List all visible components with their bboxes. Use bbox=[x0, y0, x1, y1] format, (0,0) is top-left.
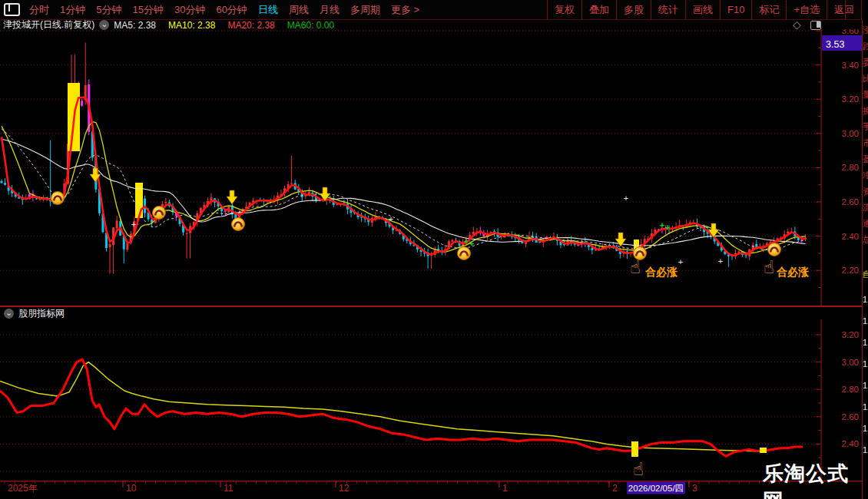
svg-text:2.80: 2.80 bbox=[842, 163, 859, 172]
strip-char: 换 bbox=[863, 107, 868, 115]
watermark-title: 乐淘公式网 bbox=[763, 460, 868, 499]
svg-text:3.20: 3.20 bbox=[842, 330, 859, 339]
axis-month-label: 12 bbox=[339, 483, 350, 494]
gold-coin-icon bbox=[153, 207, 166, 220]
signal-text: 合必涨 bbox=[644, 266, 678, 278]
strip-digit: 1 bbox=[863, 446, 867, 454]
right-sidebar-strip[interactable]: 涨跌委比量换手市盈净资流通总自11111111 bbox=[862, 20, 868, 499]
strip-char: 比 bbox=[863, 74, 868, 83]
strip-char: 总 bbox=[863, 236, 868, 244]
axis-month-label: 3 bbox=[692, 483, 697, 494]
strip-char: 盈 bbox=[863, 155, 868, 164]
indicator-line-red bbox=[0, 359, 803, 456]
svg-text:+: + bbox=[389, 214, 393, 223]
watermark: 乐淘公式网 www.60lt.com bbox=[763, 460, 868, 499]
menu-item-分时[interactable]: 分时 bbox=[29, 3, 49, 17]
window-border bbox=[845, 0, 846, 20]
layout-icon[interactable] bbox=[4, 3, 20, 16]
signal-text: 合必涨 bbox=[776, 266, 809, 278]
svg-text:3.20: 3.20 bbox=[842, 94, 859, 104]
gold-coin-icon bbox=[768, 243, 781, 256]
svg-text:2.40: 2.40 bbox=[842, 439, 859, 448]
menu-item-多周期[interactable]: 多周期 bbox=[350, 3, 380, 17]
strip-char: 通 bbox=[863, 220, 868, 228]
menu-item-60分钟[interactable]: 60分钟 bbox=[216, 3, 247, 17]
signal-bar bbox=[631, 441, 638, 457]
svg-text:+: + bbox=[469, 239, 474, 248]
svg-text:+: + bbox=[678, 257, 683, 266]
toolbar-button-画线[interactable]: 画线 bbox=[686, 0, 721, 19]
svg-text:2.60: 2.60 bbox=[842, 197, 859, 207]
indicator-line-yellow bbox=[0, 362, 766, 452]
menu-item-周线[interactable]: 周线 bbox=[289, 3, 309, 17]
layout-icon-split bbox=[8, 5, 10, 12]
strip-accent-char: 自 bbox=[863, 270, 868, 279]
axis-month-label: 10 bbox=[126, 483, 137, 494]
svg-text:3.53: 3.53 bbox=[826, 39, 844, 50]
strip-digit: 1 bbox=[863, 296, 867, 304]
axis-year-label: 2025年 bbox=[8, 483, 38, 494]
top-toolbar: 分时1分钟5分钟15分钟30分钟60分钟日线周线月线多周期更多 > 复权叠加多股… bbox=[0, 0, 862, 20]
toolbar-button-复权[interactable]: 复权 bbox=[548, 0, 582, 19]
down-arrow-icon bbox=[227, 190, 237, 204]
svg-text:+: + bbox=[624, 193, 628, 203]
strip-char: 委 bbox=[863, 58, 868, 67]
hand-up-icon: ☝ bbox=[633, 459, 644, 478]
svg-text:3.60: 3.60 bbox=[842, 29, 859, 35]
sub-chart[interactable]: 2.402.602.803.003.20☝ bbox=[0, 319, 862, 478]
menu-item-1分钟[interactable]: 1分钟 bbox=[60, 3, 85, 17]
action-menu: 复权叠加多股统计画线F10标记+自选返回 bbox=[547, 0, 862, 19]
menu-item-月线[interactable]: 月线 bbox=[320, 3, 340, 17]
svg-text:3.40: 3.40 bbox=[842, 61, 859, 70]
svg-text:3.00: 3.00 bbox=[842, 129, 859, 138]
svg-text:2.20: 2.20 bbox=[842, 266, 859, 275]
strip-digit: 1 bbox=[863, 360, 867, 368]
strip-char: 跌 bbox=[863, 42, 868, 51]
svg-text:2.60: 2.60 bbox=[842, 412, 859, 421]
toolbar-button-统计[interactable]: 统计 bbox=[651, 0, 686, 19]
period-menu: 分时1分钟5分钟15分钟30分钟60分钟日线周线月线多周期更多 > bbox=[29, 3, 430, 17]
strip-char: 净 bbox=[863, 171, 868, 180]
down-arrow-icon bbox=[708, 223, 719, 237]
main-chart[interactable]: 2.202.402.602.803.003.203.403.603.53☝☝合必… bbox=[0, 29, 862, 306]
toolbar-button-F10[interactable]: F10 bbox=[721, 0, 752, 19]
menu-item-30分钟[interactable]: 30分钟 bbox=[174, 3, 205, 17]
strip-char: 量 bbox=[863, 91, 868, 99]
menu-item-日线[interactable]: 日线 bbox=[258, 3, 278, 17]
toolbar-button-标记[interactable]: 标记 bbox=[752, 0, 787, 19]
strip-char: 涨 bbox=[863, 26, 868, 35]
highlight-date-label: 2026/02/05/四 bbox=[628, 484, 684, 493]
strip-char: 手 bbox=[863, 123, 868, 131]
svg-text:3.00: 3.00 bbox=[842, 358, 859, 367]
sub-panel-title: 股朋指标网 bbox=[18, 307, 65, 320]
svg-text:2.40: 2.40 bbox=[842, 232, 859, 241]
svg-text:+: + bbox=[718, 256, 723, 266]
svg-text:+: + bbox=[660, 220, 664, 230]
strip-digit: 1 bbox=[863, 339, 867, 347]
gold-coin-icon bbox=[51, 192, 65, 205]
axis-month-label: 11 bbox=[224, 483, 234, 494]
svg-text:+: + bbox=[464, 236, 469, 246]
chevron-down-icon[interactable]: ⌄ bbox=[4, 309, 14, 319]
hand-up-icon: ☝ bbox=[764, 257, 774, 277]
gold-coin-icon bbox=[232, 218, 245, 231]
strip-char: 资 bbox=[863, 187, 868, 196]
strip-digit: 1 bbox=[863, 382, 867, 390]
gold-coin-icon bbox=[458, 247, 471, 260]
strip-digit: 1 bbox=[863, 425, 867, 433]
toolbar-button-+自选[interactable]: +自选 bbox=[787, 0, 827, 19]
axis-month-label: 1 bbox=[502, 483, 508, 494]
toolbar-button-叠加[interactable]: 叠加 bbox=[582, 0, 617, 19]
app-window: 分时1分钟5分钟15分钟30分钟60分钟日线周线月线多周期更多 > 复权叠加多股… bbox=[0, 0, 868, 499]
date-axis: 2025年1011121232026/02/05/四 bbox=[0, 481, 862, 495]
axis-month-label: 2 bbox=[612, 483, 618, 494]
menu-item-5分钟[interactable]: 5分钟 bbox=[96, 3, 121, 17]
menu-item-更多 >[interactable]: 更多 > bbox=[391, 3, 419, 17]
svg-text:2.80: 2.80 bbox=[842, 385, 859, 394]
sub-panel-header: ⌄ 股朋指标网 bbox=[0, 308, 862, 319]
svg-text:+: + bbox=[131, 220, 136, 229]
strip-char: 流 bbox=[863, 203, 868, 212]
menu-item-15分钟[interactable]: 15分钟 bbox=[132, 3, 163, 17]
panel-divider[interactable] bbox=[0, 306, 862, 307]
toolbar-button-多股[interactable]: 多股 bbox=[617, 0, 651, 19]
